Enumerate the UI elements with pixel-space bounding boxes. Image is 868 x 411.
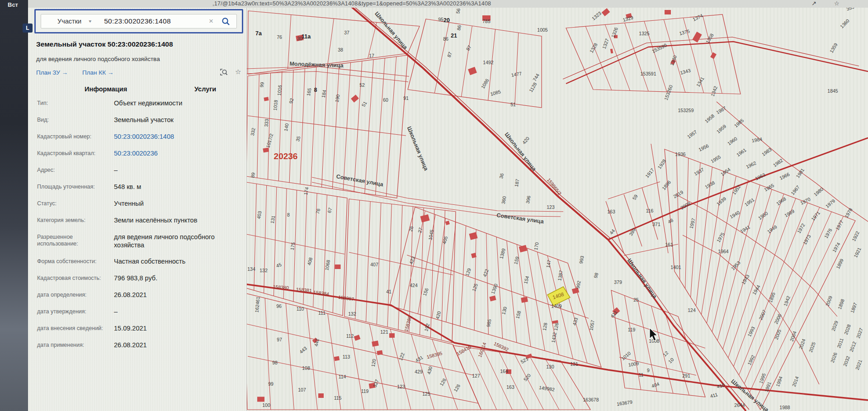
parcel-number-label[interactable]: 164 [500, 368, 508, 374]
parcel-number-label[interactable]: 1492 [483, 60, 494, 65]
field-value[interactable]: 50:23:0020236 [114, 149, 231, 157]
search-category-select[interactable]: Участки [57, 18, 81, 25]
parcel-number-label[interactable]: 1964 [718, 249, 729, 254]
parcel-number-label[interactable]: 333 [263, 118, 269, 127]
parcel-number-label[interactable]: 1988 [779, 405, 790, 410]
share-icon[interactable]: ↗ [811, 0, 816, 7]
parcel-number-label[interactable]: 371 [652, 222, 660, 227]
parcel-number-label[interactable]: 161 [665, 242, 673, 247]
bookmark-star-icon[interactable]: ☆ [834, 0, 840, 7]
parcel-number-label[interactable]: 134 [247, 266, 255, 272]
parcel-number-label[interactable]: 89 [250, 172, 256, 178]
parcel-number-label[interactable]: 429 [415, 369, 423, 374]
parcel-number-label[interactable]: 1325 [639, 31, 650, 36]
parcel-number-label[interactable]: 153259 [678, 108, 693, 113]
parcel-number-label[interactable]: 17 [369, 53, 374, 58]
road-number-label[interactable]: 158380 [273, 284, 289, 290]
parcel-number-label[interactable]: 9 [647, 368, 650, 373]
cadastral-map[interactable]: 7а763011а3738179520868621878756785100514… [246, 8, 868, 411]
parcel-number-label[interactable]: 132 [348, 311, 356, 317]
parcel-number-label[interactable]: 121 [380, 329, 388, 335]
parcel-number-label[interactable]: 111 [318, 310, 326, 316]
tab-information[interactable]: Информация [85, 85, 127, 93]
parcel-number-label[interactable]: 163678 [583, 397, 599, 402]
browser-url[interactable]: ,17/@1b4a23w0n:text=50%3A23%3A0020236%3A… [212, 0, 491, 7]
tab-services[interactable]: Услуги [194, 85, 216, 93]
plan-kk-link[interactable]: План КК → [82, 69, 113, 76]
parcel-number-label[interactable]: 291 [682, 373, 690, 378]
l-badge[interactable]: L [23, 24, 33, 33]
parcel-number-label[interactable]: 110 [297, 306, 304, 312]
plan-zu-link[interactable]: План ЗУ → [36, 69, 68, 76]
field-value[interactable]: 50:23:0020236:1408 [114, 132, 231, 141]
parcel-number-label[interactable]: 100 [262, 402, 270, 408]
parcel-number-label[interactable]: 91 [403, 95, 409, 101]
parcel-number-label[interactable]: 1016 [276, 85, 283, 95]
parcel-number-label[interactable]: 153591 [640, 71, 656, 76]
search-icon[interactable] [222, 17, 230, 26]
parcel-number-label[interactable]: 98 [272, 360, 278, 365]
parcel-number-label[interactable]: 2644 [734, 402, 745, 408]
parcel-number-label[interactable]: 119 [361, 388, 369, 394]
parcel-number-label[interactable]: 96 [276, 303, 282, 309]
parcel-number-label[interactable]: 123 [397, 384, 405, 389]
parcel-number-label[interactable]: 11а [302, 33, 311, 40]
parcel-number-label[interactable]: 11 [639, 372, 644, 378]
parcel-number-label[interactable]: 7а [255, 30, 262, 37]
parcel-number-label[interactable]: 1005 [537, 27, 548, 33]
parcel-number-label[interactable]: 86 [456, 24, 462, 31]
parcel-number-label[interactable]: 41 [386, 289, 392, 294]
browser-address-strip[interactable]: ,17/@1b4a23w0n:text=50%3A23%3A0020236%3A… [0, 0, 868, 8]
parcel-number-label[interactable]: 132 [259, 268, 268, 273]
parcel-number-label[interactable]: 119 [628, 327, 636, 332]
parcel-number-label[interactable]: 8 [314, 87, 317, 93]
parcel-number-label[interactable]: 107 [298, 387, 306, 392]
parcel-number-label[interactable]: 20 [443, 17, 450, 24]
parcel-number-label[interactable]: 1018 [272, 99, 278, 110]
parcel-number-label[interactable]: 125 [422, 391, 430, 397]
parcel-number-label[interactable]: 1401 [670, 265, 681, 270]
parcel-number-label[interactable]: 51 [510, 102, 516, 107]
parcel-number-label[interactable]: 76 [277, 34, 282, 40]
parcel-number-label[interactable]: 1845 [827, 88, 838, 94]
zoom-to-extent-icon[interactable] [220, 68, 228, 78]
parcel-number-label[interactable]: 115 [334, 395, 342, 401]
parcel-number-label[interactable]: 21 [451, 33, 457, 39]
parcel-number-label[interactable]: 163 [607, 209, 615, 214]
parcel-number-label[interactable]: 8 [287, 212, 290, 217]
search-input[interactable]: 50:23:0020236:1408 [104, 17, 209, 25]
parcel-number-label[interactable]: 407 [370, 262, 378, 267]
search-box[interactable]: Участки ▾ 50:23:0020236:1408 × [34, 9, 243, 33]
parcel-number-label[interactable]: 108 [302, 365, 310, 371]
parcel-number-label[interactable]: 25 [633, 297, 639, 302]
parcel-number-label[interactable]: 60 [383, 97, 388, 103]
search-field[interactable]: Участки ▾ 50:23:0020236:1408 × [41, 14, 237, 28]
parcel-number-label[interactable]: 1409 [551, 303, 562, 309]
parcel-number-label[interactable]: 163 [506, 384, 514, 390]
parcel-number-label[interactable]: 86 [443, 36, 448, 42]
parcel-number-label[interactable]: 379 [614, 279, 622, 285]
parcel-number-label[interactable]: 131 [570, 361, 578, 367]
parcel-number-label[interactable]: 123 [547, 204, 555, 210]
parcel-number-label[interactable]: 38 [338, 47, 343, 52]
parcel-number-label[interactable]: 37 [344, 30, 349, 35]
parcel-number-label[interactable]: 1936 [675, 151, 686, 157]
parcel-number-label[interactable]: 785 [482, 19, 491, 24]
parcel-number-label[interactable]: 113 [343, 354, 350, 359]
parcel-number-label[interactable]: 124 [688, 307, 696, 313]
parcel-number-label[interactable]: 56 [455, 8, 461, 14]
parcel-number-label[interactable]: 99 [268, 381, 274, 387]
parcel-number-label[interactable]: 97 [277, 337, 282, 342]
quarter-number-label[interactable]: 20236 [274, 151, 298, 161]
chevron-down-icon[interactable]: ▾ [89, 19, 91, 24]
parcel-number-label[interactable]: 130 [546, 364, 554, 369]
parcel-number-label[interactable]: 127 [472, 373, 480, 378]
parcel-number-label[interactable]: 52 [359, 82, 365, 88]
clear-icon[interactable]: × [209, 17, 213, 26]
favorite-star-icon[interactable]: ☆ [235, 68, 241, 76]
parcel-number-label[interactable]: 114 [339, 374, 346, 379]
parcel-number-label[interactable]: 95 [438, 17, 443, 22]
parcel-number-label[interactable]: 116 [646, 208, 654, 213]
parcel-number-label[interactable]: 112 [346, 333, 354, 339]
parcel-number-label[interactable]: 99 [259, 81, 265, 88]
